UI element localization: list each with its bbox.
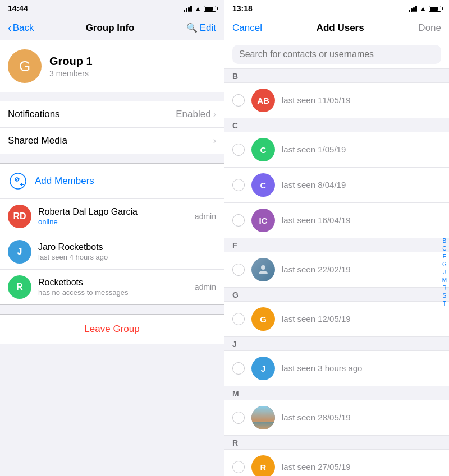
leave-section: Leave Group bbox=[0, 314, 224, 344]
contact-radio-ab[interactable] bbox=[232, 94, 245, 107]
contact-info-r1: last seen 27/05/19 bbox=[282, 462, 441, 472]
contact-row-f1[interactable]: last seen 22/02/19 bbox=[224, 252, 449, 288]
contact-avatar-ab: AB bbox=[251, 89, 275, 112]
member-details-r: Rocketbots has no access to messages bbox=[38, 278, 188, 297]
right-status-icons: ▲ bbox=[409, 4, 441, 13]
contact-info-g1: last seen 12/05/19 bbox=[282, 314, 441, 324]
back-button[interactable]: ‹ Back bbox=[8, 21, 34, 34]
alpha-c[interactable]: C bbox=[442, 246, 447, 252]
alpha-t[interactable]: T bbox=[442, 301, 447, 307]
notifications-status: Enabled bbox=[176, 109, 210, 120]
contact-row-ic[interactable]: IC last seen 16/04/19 bbox=[224, 203, 449, 238]
contact-row-m1[interactable]: last seen 28/05/19 bbox=[224, 400, 449, 436]
contact-avatar-j1: J bbox=[251, 357, 275, 380]
member-row-j[interactable]: J Jaro Rocketbots last seen 4 hours ago bbox=[0, 234, 224, 270]
signal-icon bbox=[184, 6, 192, 12]
member-avatar-r: R bbox=[8, 275, 31, 299]
search-input[interactable] bbox=[232, 45, 441, 64]
contact-info-c1: last seen 1/05/19 bbox=[282, 145, 441, 155]
notifications-value: Enabled › bbox=[176, 109, 216, 120]
right-nav-bar: Cancel Add Users Done bbox=[224, 16, 449, 40]
contact-info-m1: last seen 28/05/19 bbox=[282, 413, 441, 423]
member-row[interactable]: RD Roberta Dal Lago Garcia online admin bbox=[0, 199, 224, 234]
shared-media-label: Shared Media bbox=[8, 135, 67, 146]
contact-avatar-m1 bbox=[251, 406, 275, 429]
contact-row-c1[interactable]: C last seen 1/05/19 bbox=[224, 132, 449, 168]
contact-avatar-f1 bbox=[251, 258, 275, 281]
settings-section: Notifications Enabled › Shared Media › bbox=[0, 101, 224, 154]
contact-radio-j1[interactable] bbox=[232, 362, 245, 375]
contact-radio-m1[interactable] bbox=[232, 412, 245, 424]
group-members-count: 3 members bbox=[49, 69, 93, 78]
alpha-f[interactable]: F bbox=[442, 253, 447, 260]
member-role-rd: admin bbox=[195, 212, 216, 221]
right-status-bar: 13:18 ▲ bbox=[224, 0, 449, 16]
contact-row-ab[interactable]: AB last seen 11/05/19 bbox=[224, 83, 449, 118]
contact-radio-r1[interactable] bbox=[232, 461, 245, 473]
left-status-bar: 14:44 ▲ bbox=[0, 0, 224, 16]
edit-button[interactable]: 🔍 Edit bbox=[186, 22, 216, 34]
member-row-r[interactable]: R Rocketbots has no access to messages a… bbox=[0, 270, 224, 304]
done-button: Done bbox=[418, 22, 441, 34]
group-info-text: Group 1 3 members bbox=[49, 55, 93, 78]
contact-info-c2: last seen 8/04/19 bbox=[282, 180, 441, 190]
left-time: 14:44 bbox=[8, 4, 28, 13]
member-name-rd: Roberta Dal Lago Garcia bbox=[38, 207, 188, 217]
svg-point-4 bbox=[261, 265, 265, 270]
battery-icon bbox=[204, 6, 216, 12]
contact-row-g1[interactable]: G last seen 12/05/19 bbox=[224, 302, 449, 337]
member-avatar-j: J bbox=[8, 240, 31, 264]
left-status-icons: ▲ bbox=[184, 4, 216, 13]
alpha-j[interactable]: J bbox=[442, 269, 447, 276]
contact-radio-c2[interactable] bbox=[232, 179, 245, 191]
section-header-g: G bbox=[224, 288, 449, 302]
contact-radio-ic[interactable] bbox=[232, 214, 245, 227]
right-battery-icon bbox=[429, 6, 441, 12]
contact-avatar-c1: C bbox=[251, 138, 275, 161]
alpha-r[interactable]: R bbox=[442, 285, 447, 292]
section-header-b: B bbox=[224, 69, 449, 83]
leave-group-row[interactable]: Leave Group bbox=[0, 315, 224, 344]
contact-row-j1[interactable]: J last seen 3 hours ago bbox=[224, 351, 449, 386]
contact-row-c2[interactable]: C last seen 8/04/19 bbox=[224, 168, 449, 203]
cancel-button[interactable]: Cancel bbox=[232, 22, 262, 34]
contact-seen-m1: last seen 28/05/19 bbox=[282, 413, 351, 422]
photo-icon-f1 bbox=[251, 258, 275, 281]
alpha-b[interactable]: B bbox=[442, 238, 447, 244]
alpha-s[interactable]: S bbox=[442, 293, 447, 299]
add-users-title: Add Users bbox=[317, 22, 364, 34]
alpha-m[interactable]: M bbox=[442, 277, 447, 284]
add-members-icon bbox=[8, 171, 28, 191]
member-details-rd: Roberta Dal Lago Garcia online bbox=[38, 207, 188, 226]
group-avatar: G bbox=[8, 49, 42, 83]
add-members-row[interactable]: Add Members bbox=[0, 164, 224, 199]
notifications-row[interactable]: Notifications Enabled › bbox=[0, 101, 224, 128]
contact-avatar-g1: G bbox=[251, 307, 275, 331]
alpha-index: B C F G J M R S T bbox=[441, 69, 448, 476]
edit-label: Edit bbox=[200, 22, 216, 34]
contact-seen-f1: last seen 22/02/19 bbox=[282, 265, 351, 274]
member-role-r: admin bbox=[195, 283, 216, 292]
shared-media-row[interactable]: Shared Media › bbox=[0, 128, 224, 154]
contact-radio-c1[interactable] bbox=[232, 144, 245, 156]
chevron-right-icon: › bbox=[213, 109, 216, 119]
contact-seen-c2: last seen 8/04/19 bbox=[282, 180, 346, 190]
alpha-g[interactable]: G bbox=[442, 261, 447, 268]
right-time: 13:18 bbox=[232, 4, 253, 13]
contact-radio-g1[interactable] bbox=[232, 313, 245, 325]
contact-seen-ic: last seen 16/04/19 bbox=[282, 215, 351, 225]
notifications-label: Notifications bbox=[8, 109, 60, 120]
member-name-r: Rocketbots bbox=[38, 278, 188, 288]
member-name-j: Jaro Rocketbots bbox=[38, 242, 209, 252]
group-header: G Group 1 3 members bbox=[0, 40, 224, 92]
contact-radio-f1[interactable] bbox=[232, 264, 245, 276]
search-bar bbox=[224, 40, 449, 69]
wifi-icon: ▲ bbox=[194, 4, 201, 13]
contact-avatar-ic: IC bbox=[251, 209, 275, 232]
contact-avatar-r1: R bbox=[251, 455, 275, 476]
contact-info-f1: last seen 22/02/19 bbox=[282, 265, 441, 275]
section-header-m: M bbox=[224, 386, 449, 400]
contact-seen-c1: last seen 1/05/19 bbox=[282, 145, 346, 154]
contact-row-r1[interactable]: R last seen 27/05/19 bbox=[224, 450, 449, 476]
contact-seen-j1: last seen 3 hours ago bbox=[282, 363, 362, 373]
